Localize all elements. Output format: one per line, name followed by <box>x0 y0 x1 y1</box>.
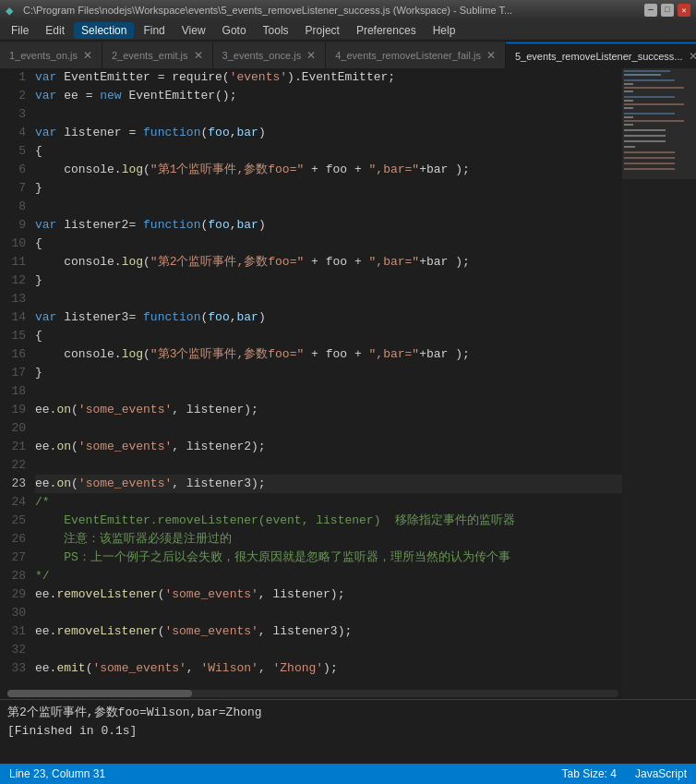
code-line-21: ee.on('some_events', listener2); <box>35 438 622 456</box>
code-line-8 <box>35 198 622 216</box>
code-line-33: ee.emit('some_events', 'Wilson', 'Zhong'… <box>35 659 622 678</box>
status-left: Line 23, Column 31 <box>9 767 105 780</box>
code-line-22 <box>35 456 622 475</box>
code-line-32 <box>35 641 622 659</box>
editor-container: 1 2 3 4 5 6 7 8 9 10 11 12 13 14 15 16 1… <box>0 68 696 699</box>
code-line-23: ee.on('some_events', listener3); <box>35 475 622 493</box>
code-line-25: EventEmitter.removeListener(event, liste… <box>35 512 622 530</box>
code-line-9: var listener2= function(foo,bar) <box>35 216 622 235</box>
menu-file[interactable]: File <box>4 22 36 39</box>
minimap <box>622 68 696 699</box>
tab-close-5[interactable]: ✕ <box>689 50 696 63</box>
title-bar: ◆ C:\Program Files\nodejs\Workspace\even… <box>0 0 696 20</box>
tab-bar: 1_events_on.js ✕ 2_events_emit.js ✕ 3_ev… <box>0 41 696 68</box>
tab-5[interactable]: 5_events_removeListener_success... ✕ <box>506 42 696 68</box>
code-line-20 <box>35 419 622 438</box>
menu-selection[interactable]: Selection <box>74 22 134 39</box>
code-line-16: console.log("第3个监听事件,参数foo=" + foo + ",b… <box>35 345 622 364</box>
code-line-29: ee.removeListener('some_events', listene… <box>35 585 622 604</box>
tab-1[interactable]: 1_events_on.js ✕ <box>0 42 102 68</box>
tab-2[interactable]: 2_events_emit.js ✕ <box>102 42 213 68</box>
status-right: Tab Size: 4 JavaScript <box>562 767 687 780</box>
code-line-26: 注意：该监听器必须是注册过的 <box>35 530 622 549</box>
code-line-28: */ <box>35 567 622 585</box>
code-line-24: /* <box>35 493 622 512</box>
code-line-11: console.log("第2个监听事件,参数foo=" + foo + ",b… <box>35 253 622 271</box>
tab-close-3[interactable]: ✕ <box>306 49 316 62</box>
language-mode: JavaScript <box>635 767 687 780</box>
menu-edit[interactable]: Edit <box>38 22 72 39</box>
code-line-7: } <box>35 179 622 198</box>
scrollbar-thumb[interactable] <box>7 690 192 697</box>
menu-find[interactable]: Find <box>136 22 172 39</box>
code-line-1: var EventEmitter = require('events').Eve… <box>35 68 622 87</box>
status-bar: Line 23, Column 31 Tab Size: 4 JavaScrip… <box>0 764 696 784</box>
menu-project[interactable]: Project <box>298 22 347 39</box>
menu-help[interactable]: Help <box>426 22 463 39</box>
terminal-output: 第2个监听事件,参数foo=Wilson,bar=Zhong [Finished… <box>0 699 696 764</box>
code-line-6: console.log("第1个监听事件,参数foo=" + foo + ",b… <box>35 161 622 179</box>
code-line-4: var listener = function(foo,bar) <box>35 124 622 142</box>
code-line-15: { <box>35 327 622 345</box>
code-line-2: var ee = new EventEmitter(); <box>35 87 622 105</box>
menu-view[interactable]: View <box>174 22 213 39</box>
menu-goto[interactable]: Goto <box>215 22 254 39</box>
code-line-13 <box>35 290 622 308</box>
scrollbar-track <box>7 690 618 697</box>
code-line-10: { <box>35 235 622 253</box>
tab-close-1[interactable]: ✕ <box>83 49 92 62</box>
tab-close-2[interactable]: ✕ <box>194 49 203 62</box>
cursor-position: Line 23, Column 31 <box>9 767 105 780</box>
code-line-19: ee.on('some_events', listener); <box>35 401 622 419</box>
minimize-button[interactable]: — <box>644 4 657 17</box>
close-button[interactable]: ✕ <box>678 4 690 17</box>
code-line-12: } <box>35 271 622 290</box>
tab-3[interactable]: 3_events_once.js ✕ <box>213 42 327 68</box>
terminal-line-1: 第2个监听事件,参数foo=Wilson,bar=Zhong <box>7 704 689 722</box>
code-line-27: PS：上一个例子之后以会失败，很大原因就是忽略了监听器，理所当然的认为传个事 <box>35 549 622 567</box>
tab-size: Tab Size: 4 <box>562 767 617 780</box>
tab-close-4[interactable]: ✕ <box>486 49 496 62</box>
code-line-18 <box>35 382 622 401</box>
code-line-3 <box>35 105 622 124</box>
code-line-30 <box>35 604 622 622</box>
line-numbers: 1 2 3 4 5 6 7 8 9 10 11 12 13 14 15 16 1… <box>4 68 35 688</box>
code-line-31: ee.removeListener('some_events', listene… <box>35 622 622 641</box>
menu-bar: File Edit Selection Find View Goto Tools… <box>0 20 696 41</box>
maximize-button[interactable]: □ <box>661 4 674 17</box>
svg-rect-22 <box>622 68 696 179</box>
code-line-14: var listener3= function(foo,bar) <box>35 308 622 327</box>
terminal-line-2: [Finished in 0.1s] <box>7 722 689 741</box>
horizontal-scrollbar[interactable] <box>4 688 622 699</box>
code-line-17: } <box>35 364 622 382</box>
title-text: C:\Program Files\nodejs\Workspace\events… <box>23 5 512 16</box>
menu-preferences[interactable]: Preferences <box>349 22 424 39</box>
code-editor[interactable]: 1 2 3 4 5 6 7 8 9 10 11 12 13 14 15 16 1… <box>0 68 622 699</box>
code-content[interactable]: var EventEmitter = require('events').Eve… <box>35 68 622 688</box>
tab-4[interactable]: 4_events_removeListener_fail.js ✕ <box>326 42 506 68</box>
code-line-5: { <box>35 142 622 161</box>
app-icon: ◆ <box>6 4 18 17</box>
window-controls: — □ ✕ <box>644 4 690 17</box>
menu-tools[interactable]: Tools <box>256 22 296 39</box>
